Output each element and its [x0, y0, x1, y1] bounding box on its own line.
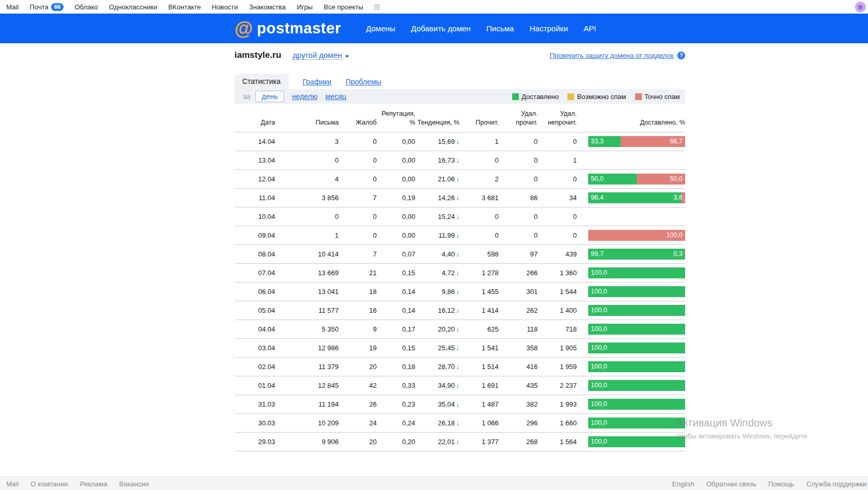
topbar-item-igry[interactable]: Игры — [297, 3, 313, 11]
topbar-item-pochta-label[interactable]: Почта — [30, 3, 48, 11]
legend-spam: Точно спам — [635, 93, 680, 101]
nav-domains[interactable]: Домены — [366, 24, 395, 33]
period-month-link[interactable]: месяц — [326, 92, 346, 101]
col-header-reputation: Репутация, % — [377, 104, 415, 132]
delivered-green-label: 100,0 — [591, 419, 607, 426]
cell-read: 1 455 — [460, 282, 499, 301]
cell-trend-value: 16,12 — [438, 307, 455, 314]
delivered-green-label: 100,0 — [591, 288, 607, 295]
period-week-link[interactable]: неделю — [292, 92, 317, 101]
delivered-bar: 100,0 — [588, 267, 685, 278]
help-icon[interactable]: ? — [677, 52, 685, 59]
trend-down-arrow-icon: ↓ — [456, 175, 460, 183]
all-projects-grid-icon[interactable] — [374, 4, 380, 10]
delivered-bar: 100,0 — [588, 380, 685, 391]
footer-jobs-link[interactable]: Вакансии — [119, 480, 149, 488]
cell-reputation: 0,15 — [377, 263, 415, 282]
current-domain: iamstyle.ru — [234, 50, 281, 60]
cell-read: 598 — [460, 244, 499, 263]
cell-del-unread: 1 544 — [538, 282, 577, 301]
footer-about-link[interactable]: О компании — [31, 480, 68, 488]
footer-help-link[interactable]: Помощь — [768, 480, 794, 488]
tab-problems[interactable]: Проблемы — [345, 78, 381, 86]
cell-del-read: 0 — [499, 207, 538, 226]
cell-reputation: 0,14 — [377, 282, 415, 301]
footer-feedback-link[interactable]: Обратная связь — [706, 480, 757, 488]
topbar-item-mail[interactable]: Mail — [6, 3, 19, 11]
cell-date: 12.04 — [234, 169, 275, 188]
footer-ads-link[interactable]: Реклама — [80, 480, 107, 488]
table-row: 06.04 13 041 18 0,14 9,86↓ 1 455 301 1 5… — [234, 282, 685, 301]
stats-table: Дата Письма Жалоб Репутация, % Тенденция… — [234, 104, 685, 451]
footer-english-link[interactable]: English — [672, 480, 695, 488]
table-row: 09.04 1 0 0,00 11,99↓ 0 0 0 100,0 — [234, 226, 685, 244]
footer-support-link[interactable]: Служба поддержки — [807, 480, 867, 488]
cell-trend-value: 16,73 — [438, 156, 455, 164]
topbar-item-oblako[interactable]: Облако — [75, 3, 98, 11]
cell-read: 1 — [460, 132, 499, 151]
cell-reputation: 0,07 — [377, 244, 415, 263]
trend-down-arrow-icon: ↓ — [456, 325, 460, 333]
at-sign-icon: @ — [234, 19, 253, 38]
cell-del-unread: 1 — [538, 151, 577, 169]
cell-delivered: 100,0 — [577, 376, 685, 395]
other-domain-dropdown[interactable]: другой домен — [293, 51, 342, 60]
cell-complaints: 24 — [339, 413, 377, 432]
cell-read: 1 377 — [460, 432, 499, 451]
cell-delivered: 100,0 — [577, 320, 685, 338]
tab-statistics[interactable]: Статистика — [234, 74, 289, 89]
user-avatar[interactable]: В — [855, 2, 866, 13]
topbar-item-novosti[interactable]: Новости — [212, 3, 238, 11]
period-bar: за день неделю месяц Доставлено Возможно… — [234, 89, 685, 104]
cell-complaints: 21 — [339, 263, 377, 282]
postmaster-logo[interactable]: @ postmaster — [234, 19, 341, 38]
delivered-green-label: 100,0 — [591, 363, 607, 370]
topbar-item-odnoklassniki[interactable]: Одноклассники — [109, 3, 157, 11]
nav-settings[interactable]: Настройки — [529, 24, 568, 33]
delivered-red-label: 100,0 — [666, 231, 683, 239]
cell-date: 14.04 — [234, 132, 275, 151]
cell-date: 08.04 — [234, 244, 275, 263]
topbar-item-znakomstva[interactable]: Знакомства — [249, 3, 286, 11]
table-row: 05.04 11 577 16 0,14 16,12↓ 1 414 262 1 … — [234, 301, 685, 320]
nav-letters[interactable]: Письма — [486, 24, 514, 33]
legend-delivered: Доставлено — [512, 93, 559, 101]
cell-del-unread: 34 — [538, 188, 577, 207]
check-domain-protection-link[interactable]: Проверить защиту домена от подделок — [550, 52, 674, 59]
tab-charts[interactable]: Графики — [303, 78, 332, 86]
cell-reputation: 0,18 — [377, 357, 415, 376]
period-prefix-label: за — [243, 92, 250, 101]
nav-api[interactable]: API — [584, 24, 596, 33]
cell-del-read: 382 — [499, 395, 538, 413]
trend-down-arrow-icon: ↓ — [456, 419, 460, 427]
cell-reputation: 0,15 — [377, 338, 415, 357]
cell-del-read: 118 — [499, 320, 538, 338]
cell-letters: 0 — [275, 207, 339, 226]
cell-reputation: 0,14 — [377, 301, 415, 320]
col-header-read: Прочит. — [460, 104, 499, 132]
footer-mail-link[interactable]: Mail — [6, 480, 19, 488]
col-header-del-unread: Удал. непрочит. — [538, 104, 577, 132]
period-day-button[interactable]: день — [255, 91, 284, 102]
cell-reputation: 0,00 — [377, 207, 415, 226]
trend-down-arrow-icon: ↓ — [456, 156, 460, 164]
cell-del-read: 296 — [499, 413, 538, 432]
footer-left-links: Mail О компании Реклама Вакансии — [6, 477, 149, 490]
windows-activation-watermark: Активация Windows Чтобы активировать Win… — [676, 417, 807, 440]
cell-read: 2 — [460, 169, 499, 188]
topbar-item-pochta[interactable]: Почта 66 — [30, 3, 64, 11]
cell-delivered: 100,0 — [577, 301, 685, 320]
cell-trend: 34,90↓ — [415, 376, 460, 395]
table-row: 03.04 12 986 19 0,15 25,45↓ 1 541 358 1 … — [234, 338, 685, 357]
topbar-item-vkontakte[interactable]: ВКонтакте — [168, 3, 201, 11]
cell-trend-value: 21,06 — [438, 175, 455, 183]
topbar-item-all-projects[interactable]: Все проекты — [324, 3, 363, 11]
nav-add-domain[interactable]: Добавить домен — [411, 24, 471, 33]
cell-complaints: 7 — [339, 244, 377, 263]
cell-reputation: 0,20 — [377, 432, 415, 451]
cell-del-read: 0 — [499, 226, 538, 244]
legend: Доставлено Возможно спам Точно спам — [512, 93, 681, 101]
cell-letters: 13 041 — [275, 282, 339, 301]
cell-trend: 21,06↓ — [415, 169, 460, 188]
cell-trend-value: 22,01 — [438, 438, 455, 446]
